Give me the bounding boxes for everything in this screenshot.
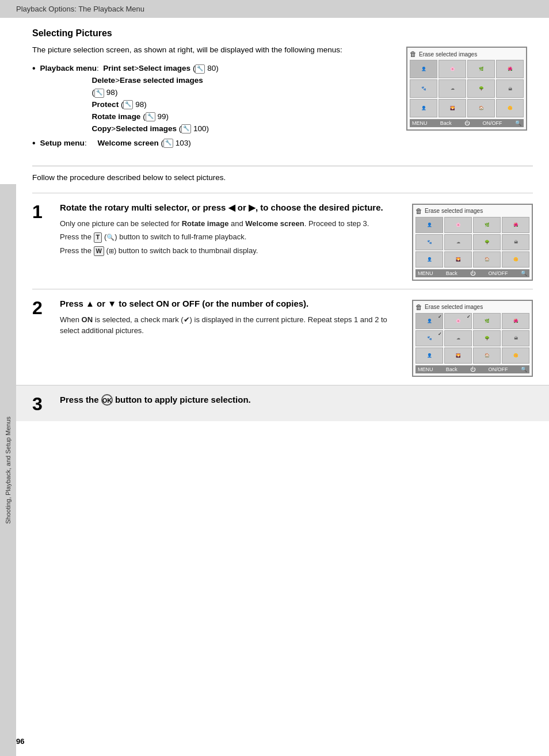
step-number-1: 1	[32, 201, 60, 281]
step-2: 2 Press ▲ or ▼ to select ON or OFF (or t…	[32, 289, 533, 385]
cam-thumb: 👤	[410, 99, 437, 117]
sidebar-text: Shooting, Playback, and Setup Menus	[5, 417, 12, 524]
step-body-1: Rotate the rotary multi selector, or pre…	[60, 201, 403, 281]
cam-grid-2: 👤 🌸 🌿 🌺 🐾 ☁ 🌳 🏔 👤 🌄 🏠 🌼	[415, 217, 529, 268]
cam-thumb: 🐾	[415, 330, 443, 346]
step-note: Only one picture can be selected for Rot…	[60, 218, 403, 230]
cam-grid-1: 👤 🌸 🌿 🌺 🐾 ☁ 🌳 🏔 👤 🌄 🏠 🌼	[410, 60, 524, 117]
cam-thumb: 🌺	[502, 313, 529, 329]
intro-text-col: The picture selection screen, as shown a…	[32, 44, 397, 159]
cam-back-label-3: Back	[446, 366, 458, 372]
cam-thumb: 🏔	[502, 234, 529, 250]
step-note: Press the T (🔍) button to switch to full…	[60, 231, 403, 243]
cam-thumb: 🏠	[473, 348, 501, 364]
cam-zoom-icon-2: 🔍	[521, 270, 527, 276]
cam-thumb: 🏠	[467, 99, 495, 117]
menu-item-playback: Playback menu: Print set>Select images (…	[40, 63, 219, 135]
menu-list: • Playback menu: Print set>Select images…	[32, 63, 397, 149]
trash-icon-2: 🗑	[415, 207, 422, 215]
step-note: When ON is selected, a check mark (✔) is…	[60, 314, 403, 337]
cam-thumb: 🏠	[473, 251, 501, 268]
cam-header-text-2: Erase selected images	[425, 208, 483, 214]
cam-thumb: 👤	[415, 217, 443, 233]
page-header: Playback Options: The Playback Menu	[0, 0, 549, 18]
cam-footer-2: MENU Back ⏻ ON/OFF 🔍	[415, 269, 529, 277]
intro-text: The picture selection screen, as shown a…	[32, 44, 397, 56]
bullet-icon: •	[32, 64, 36, 73]
camera-screen-1: 🗑 Erase selected images 👤 🌸 🌿 🌺 🐾 ☁ 🌳 🏔 …	[406, 44, 533, 159]
cam-thumb: 🌺	[502, 217, 529, 233]
cam-onoff-label: ON/OFF	[483, 120, 502, 126]
bullet-icon: •	[32, 139, 36, 148]
cam-onoff-icon-3: ⏻	[470, 366, 475, 372]
section-title: Selecting Pictures	[32, 28, 533, 39]
cam-footer-3: MENU Back ⏻ ON/OFF 🔍	[415, 365, 529, 373]
cam-thumb: 👤	[415, 348, 443, 364]
step-note: Press the W (⊞) button to switch back to…	[60, 245, 403, 257]
cam-header-2: 🗑 Erase selected images	[415, 207, 529, 215]
cam-thumb: 🌄	[444, 348, 472, 364]
cam-header-text: Erase selected images	[419, 51, 477, 58]
camera-display-2: 🗑 Erase selected images 👤 🌸 🌿 🌺 🐾 ☁ 🌳 🏔 …	[412, 204, 533, 281]
menu-item-setup: Setup menu: Welcome screen (🔧 103)	[40, 138, 191, 150]
follow-text: Follow the procedure described below to …	[32, 166, 533, 184]
cam-thumb: 🌿	[473, 313, 501, 329]
cam-thumb: 🌼	[502, 348, 529, 364]
cam-thumb: 🌸	[444, 217, 472, 233]
cam-menu-label-2: MENU	[418, 270, 433, 276]
step-1: 1 Rotate the rotary multi selector, or p…	[32, 193, 533, 289]
ok-button-icon: OK	[101, 394, 113, 406]
or-text: or	[192, 203, 200, 212]
cam-onoff-icon: ⏻	[464, 120, 470, 126]
cam-zoom-icon-3: 🔍	[521, 366, 527, 372]
sidebar-label: Shooting, Playback, and Setup Menus	[0, 184, 16, 756]
cam-thumb: 🌼	[496, 99, 524, 117]
page-number: 96	[16, 737, 24, 746]
cam-onoff-label-2: ON/OFF	[489, 270, 508, 276]
cam-back-label-2: Back	[446, 270, 458, 276]
step-notes-2: When ON is selected, a check mark (✔) is…	[60, 314, 403, 337]
step-notes-1: Only one picture can be selected for Rot…	[60, 218, 403, 257]
cam-thumb: 🌄	[444, 251, 472, 268]
camera-display-3: 🗑 Erase selected images 👤 🌸 🌿 🌺 🐾 ☁ 🌳 🏔 …	[412, 300, 533, 377]
cam-onoff-icon-2: ⏻	[470, 270, 475, 276]
cam-thumb: 🌺	[496, 60, 524, 78]
cam-thumb: 🌄	[439, 99, 466, 117]
cam-thumb: 🏔	[502, 330, 529, 346]
cam-thumb: 👤	[410, 60, 437, 78]
list-item: • Setup menu: Welcome screen (🔧 103)	[32, 138, 397, 150]
step-title-3: Press the OK button to apply picture sel…	[60, 394, 541, 406]
cam-thumb: 👤	[415, 313, 443, 329]
cam-thumb: 🌿	[473, 217, 501, 233]
step-image-1: 🗑 Erase selected images 👤 🌸 🌿 🌺 🐾 ☁ 🌳 🏔 …	[412, 201, 533, 281]
cam-thumb: 🌸	[444, 313, 472, 329]
step-image-2: 🗑 Erase selected images 👤 🌸 🌿 🌺 🐾 ☁ 🌳 🏔 …	[412, 297, 533, 377]
cam-thumb: 🌸	[439, 60, 466, 78]
camera-display-1: 🗑 Erase selected images 👤 🌸 🌿 🌺 🐾 ☁ 🌳 🏔 …	[406, 47, 527, 131]
cam-zoom-icon: 🔍	[515, 120, 521, 126]
cam-menu-label-3: MENU	[418, 366, 433, 372]
step-number-3: 3	[32, 394, 60, 413]
cam-thumb: 🏔	[496, 79, 524, 98]
step-title-1: Rotate the rotary multi selector, or pre…	[60, 201, 403, 213]
step-number-2: 2	[32, 297, 60, 377]
cam-menu-label: MENU	[412, 120, 428, 126]
cam-header-3: 🗑 Erase selected images	[415, 303, 529, 311]
trash-icon: 🗑	[410, 50, 417, 58]
step-body-2: Press ▲ or ▼ to select ON or OFF (or the…	[60, 297, 403, 377]
cam-back-label: Back	[440, 120, 452, 126]
intro-section: The picture selection screen, as shown a…	[32, 44, 533, 159]
cam-thumb: 🌿	[467, 60, 495, 78]
step-3: 3 Press the OK button to apply picture s…	[16, 385, 549, 421]
trash-icon-3: 🗑	[415, 303, 422, 311]
cam-thumb: 👤	[415, 251, 443, 268]
cam-thumb: ☁	[439, 79, 466, 98]
main-content: Selecting Pictures The picture selection…	[16, 18, 549, 456]
cam-grid-3: 👤 🌸 🌿 🌺 🐾 ☁ 🌳 🏔 👤 🌄 🏠 🌼	[415, 313, 529, 364]
cam-thumb: ☁	[444, 234, 472, 250]
cam-thumb: 🐾	[415, 234, 443, 250]
cam-thumb: 🌳	[473, 234, 501, 250]
cam-thumb: ☁	[444, 330, 472, 346]
header-title: Playback Options: The Playback Menu	[16, 5, 144, 13]
cam-thumb: 🌼	[502, 251, 529, 268]
